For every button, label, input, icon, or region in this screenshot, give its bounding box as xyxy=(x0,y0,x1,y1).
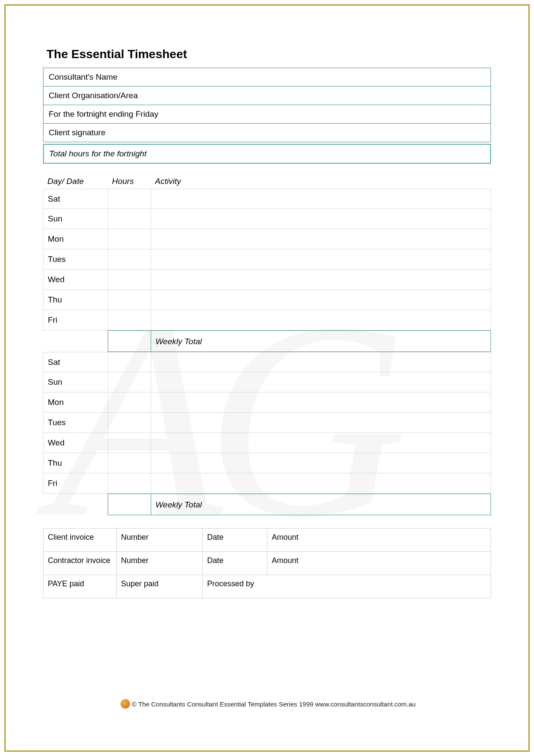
client-invoice-label: Client invoice xyxy=(43,529,117,552)
footer: © The Consultants Consultant Essential T… xyxy=(121,699,416,709)
weekly-total-box: Weekly Total xyxy=(108,494,491,515)
paye-paid-cell[interactable]: PAYE paid xyxy=(43,575,117,598)
fortnight-ending-field[interactable]: For the fortnight ending Friday xyxy=(43,105,491,124)
hours-cell[interactable] xyxy=(108,229,151,249)
weekly-total-box: Weekly Total xyxy=(108,330,491,352)
hours-cell[interactable] xyxy=(108,209,151,229)
header-day: Day/ Date xyxy=(47,177,112,186)
activity-cell[interactable] xyxy=(151,249,491,269)
header-activity: Activity xyxy=(155,177,487,186)
page-title: The Essential Timesheet xyxy=(43,47,491,61)
table-row: Fri xyxy=(43,310,491,330)
activity-cell[interactable] xyxy=(151,473,491,493)
activity-cell[interactable] xyxy=(151,413,491,432)
table-row: Client invoice Number Date Amount xyxy=(43,529,491,552)
activity-cell[interactable] xyxy=(151,372,491,392)
contractor-invoice-label: Contractor invoice xyxy=(43,552,117,575)
activity-cell[interactable] xyxy=(151,209,491,229)
hours-cell[interactable] xyxy=(108,453,151,473)
table-row: Fri xyxy=(43,473,491,494)
processed-by-cell[interactable]: Processed by xyxy=(203,575,491,598)
hours-cell[interactable] xyxy=(108,392,151,412)
table-row: Sun xyxy=(43,372,491,392)
weekly-total-row: Weekly Total xyxy=(43,330,491,352)
table-row: Sat xyxy=(43,352,491,372)
document-content: The Essential Timesheet Consultant's Nam… xyxy=(43,47,491,598)
weekly-total-row: Weekly Total xyxy=(43,494,491,515)
logo-icon xyxy=(121,699,130,709)
weekly-total-hours[interactable] xyxy=(108,494,151,515)
hours-cell[interactable] xyxy=(108,189,151,208)
day-cell: Mon xyxy=(43,229,108,249)
activity-cell[interactable] xyxy=(151,270,491,289)
client-signature-field[interactable]: Client signature xyxy=(43,124,491,142)
day-cell: Wed xyxy=(43,433,108,453)
table-row: Mon xyxy=(43,392,491,413)
table-row: Tues xyxy=(43,249,491,270)
day-cell: Sun xyxy=(43,209,108,229)
day-cell: Tues xyxy=(43,413,108,432)
table-row: Thu xyxy=(43,290,491,310)
super-paid-cell[interactable]: Super paid xyxy=(117,575,203,598)
activity-cell[interactable] xyxy=(151,310,491,330)
table-row: Sun xyxy=(43,209,491,229)
hours-cell[interactable] xyxy=(108,270,151,289)
hours-cell[interactable] xyxy=(108,433,151,453)
table-row: Wed xyxy=(43,433,491,453)
activity-cell[interactable] xyxy=(151,453,491,473)
day-cell: Sat xyxy=(43,352,108,372)
activity-cell[interactable] xyxy=(151,392,491,412)
hours-cell[interactable] xyxy=(108,249,151,269)
table-row: Mon xyxy=(43,229,491,249)
timesheet-header-row: Day/ Date Hours Activity xyxy=(43,172,491,189)
total-hours-field[interactable]: Total hours for the fortnight xyxy=(43,144,491,164)
invoice-date-cell[interactable]: Date xyxy=(203,552,267,575)
day-cell: Sun xyxy=(43,372,108,392)
hours-cell[interactable] xyxy=(108,372,151,392)
day-cell: Fri xyxy=(43,310,108,330)
table-row: PAYE paid Super paid Processed by xyxy=(43,575,491,598)
day-cell: Wed xyxy=(43,270,108,289)
weekly-total-hours[interactable] xyxy=(108,331,151,352)
consultant-name-field[interactable]: Consultant's Name xyxy=(43,68,491,87)
day-cell: Sat xyxy=(43,189,108,208)
hours-cell[interactable] xyxy=(108,290,151,310)
client-org-field[interactable]: Client Organisation/Area xyxy=(43,87,491,105)
weekly-total-blank xyxy=(43,494,108,515)
invoice-number-cell[interactable]: Number xyxy=(117,529,203,552)
hours-cell[interactable] xyxy=(108,413,151,432)
weekly-total-label: Weekly Total xyxy=(151,331,491,352)
activity-cell[interactable] xyxy=(151,189,491,208)
day-cell: Tues xyxy=(43,249,108,269)
activity-cell[interactable] xyxy=(151,352,491,372)
invoice-number-cell[interactable]: Number xyxy=(117,552,203,575)
weekly-total-label: Weekly Total xyxy=(151,494,491,515)
day-cell: Thu xyxy=(43,290,108,310)
hours-cell[interactable] xyxy=(108,352,151,372)
table-row: Sat xyxy=(43,189,491,209)
invoice-table: Client invoice Number Date Amount Contra… xyxy=(43,528,491,598)
header-hours: Hours xyxy=(112,177,155,186)
weekly-total-blank xyxy=(43,330,108,352)
invoice-amount-cell[interactable]: Amount xyxy=(267,529,491,552)
table-row: Thu xyxy=(43,453,491,473)
hours-cell[interactable] xyxy=(108,310,151,330)
day-cell: Fri xyxy=(43,473,108,493)
activity-cell[interactable] xyxy=(151,229,491,249)
footer-text: © The Consultants Consultant Essential T… xyxy=(132,700,416,708)
table-row: Tues xyxy=(43,413,491,433)
hours-cell[interactable] xyxy=(108,473,151,493)
table-row: Wed xyxy=(43,270,491,290)
activity-cell[interactable] xyxy=(151,433,491,453)
table-row: Contractor invoice Number Date Amount xyxy=(43,552,491,575)
activity-cell[interactable] xyxy=(151,290,491,310)
invoice-amount-cell[interactable]: Amount xyxy=(267,552,491,575)
invoice-date-cell[interactable]: Date xyxy=(203,529,267,552)
day-cell: Mon xyxy=(43,392,108,412)
day-cell: Thu xyxy=(43,453,108,473)
